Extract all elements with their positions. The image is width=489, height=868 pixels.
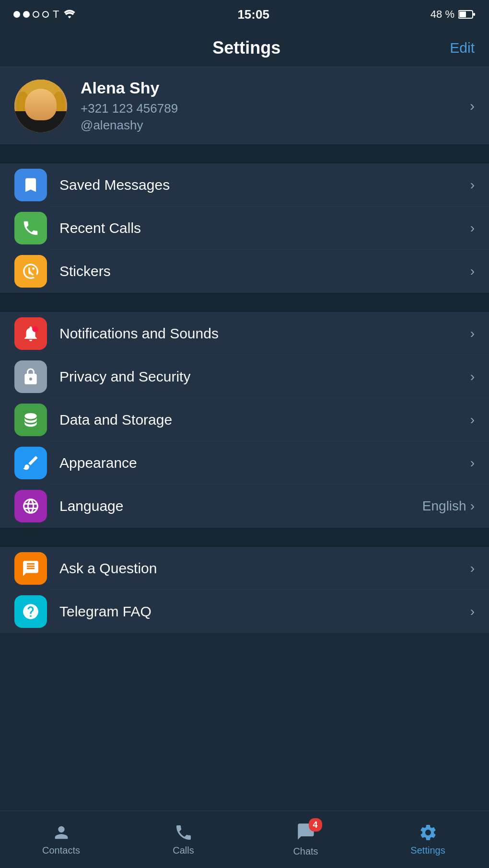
profile-phone: +321 123 456789	[81, 101, 465, 116]
privacy-chevron: ›	[470, 369, 475, 384]
sticker-icon	[22, 262, 40, 280]
svg-point-15	[32, 267, 35, 270]
phone-icon	[22, 219, 40, 237]
recent-calls-chevron: ›	[470, 220, 475, 236]
tab-chats[interactable]: 4 Chats	[244, 811, 367, 868]
notifications-icon	[14, 317, 47, 350]
page-title: Settings	[212, 38, 280, 58]
settings-section-2: Notifications and Sounds › Privacy and S…	[0, 312, 489, 528]
tab-settings[interactable]: Settings	[367, 811, 489, 868]
wifi-icon	[63, 9, 76, 20]
privacy-item[interactable]: Privacy and Security ›	[0, 355, 489, 398]
language-item[interactable]: Language English ›	[0, 485, 489, 528]
telegram-faq-label: Telegram FAQ	[59, 603, 470, 620]
profile-username: @alenashy	[81, 118, 465, 133]
saved-messages-chevron: ›	[470, 177, 475, 193]
saved-messages-item[interactable]: Saved Messages ›	[0, 163, 489, 207]
section-separator-2	[0, 293, 489, 312]
tab-bar: Contacts Calls 4 Chats Settings	[0, 810, 489, 868]
svg-point-16	[32, 326, 38, 332]
tab-calls-label: Calls	[173, 845, 194, 856]
edit-button[interactable]: Edit	[450, 40, 475, 56]
appearance-icon	[14, 447, 47, 479]
bookmark-icon	[22, 176, 40, 194]
stickers-chevron: ›	[470, 264, 475, 279]
settings-tab-icon	[419, 823, 438, 842]
tab-chats-label: Chats	[293, 846, 318, 857]
ask-question-icon	[14, 552, 47, 585]
svg-rect-2	[473, 13, 475, 16]
data-storage-icon	[14, 404, 47, 436]
appearance-chevron: ›	[470, 455, 475, 471]
saved-messages-icon	[14, 169, 47, 201]
battery-icon	[458, 10, 476, 19]
svg-rect-12	[14, 123, 67, 132]
status-left: T	[13, 8, 76, 21]
avatar	[14, 80, 67, 132]
svg-point-13	[33, 105, 37, 110]
dot3	[33, 11, 39, 18]
ask-question-chevron: ›	[470, 561, 475, 576]
stickers-icon	[14, 255, 47, 288]
telegram-faq-icon	[14, 595, 47, 628]
recent-calls-icon	[14, 212, 47, 244]
chats-badge-container: 4	[296, 822, 315, 843]
dot1	[13, 11, 20, 18]
section-separator-1	[0, 144, 489, 163]
appearance-label: Appearance	[59, 455, 470, 471]
tab-settings-label: Settings	[410, 845, 445, 856]
status-bar: T 15:05 48 %	[0, 0, 489, 29]
language-value: English	[422, 498, 466, 514]
calls-tab-icon	[174, 823, 193, 842]
telegram-faq-chevron: ›	[470, 604, 475, 619]
nav-bar: Settings Edit	[0, 29, 489, 67]
language-label: Language	[59, 498, 422, 514]
profile-info: Alena Shy +321 123 456789 @alenashy	[81, 79, 465, 133]
recent-calls-item[interactable]: Recent Calls ›	[0, 207, 489, 250]
battery-percent: 48 %	[431, 8, 454, 21]
status-time: 15:05	[237, 7, 269, 22]
status-right: 48 %	[431, 8, 476, 21]
chat-bubble-icon	[22, 559, 40, 578]
settings-section-1: Saved Messages › Recent Calls › Stickers…	[0, 163, 489, 293]
notifications-item[interactable]: Notifications and Sounds ›	[0, 312, 489, 355]
dot2	[23, 11, 30, 18]
recent-calls-label: Recent Calls	[59, 220, 470, 236]
data-storage-item[interactable]: Data and Storage ›	[0, 398, 489, 441]
notifications-label: Notifications and Sounds	[59, 325, 470, 342]
question-icon	[22, 602, 40, 621]
notifications-chevron: ›	[470, 326, 475, 341]
saved-messages-label: Saved Messages	[59, 177, 470, 193]
stickers-item[interactable]: Stickers ›	[0, 250, 489, 293]
ask-question-item[interactable]: Ask a Question ›	[0, 547, 489, 590]
svg-point-9	[23, 80, 59, 101]
brush-icon	[22, 454, 40, 472]
appearance-item[interactable]: Appearance ›	[0, 441, 489, 485]
bell-icon	[22, 324, 40, 343]
svg-rect-1	[459, 12, 466, 17]
stickers-label: Stickers	[59, 263, 470, 279]
section-separator-3	[0, 528, 489, 547]
telegram-faq-item[interactable]: Telegram FAQ ›	[0, 590, 489, 633]
privacy-icon	[14, 360, 47, 393]
svg-point-11	[52, 92, 65, 120]
profile-chevron: ›	[470, 98, 475, 114]
data-storage-label: Data and Storage	[59, 412, 470, 428]
profile-name: Alena Shy	[81, 79, 465, 97]
carrier-label: T	[53, 8, 59, 21]
svg-point-14	[45, 105, 48, 110]
svg-point-10	[16, 92, 30, 120]
profile-row[interactable]: Alena Shy +321 123 456789 @alenashy ›	[0, 67, 489, 144]
ask-question-label: Ask a Question	[59, 560, 470, 577]
avatar-image	[14, 80, 67, 132]
settings-section-3: Ask a Question › Telegram FAQ ›	[0, 547, 489, 633]
chats-badge: 4	[309, 818, 322, 832]
database-icon	[22, 411, 40, 429]
tab-contacts[interactable]: Contacts	[0, 811, 122, 868]
tab-calls[interactable]: Calls	[122, 811, 244, 868]
contacts-tab-icon	[52, 823, 71, 842]
globe-icon	[22, 497, 40, 515]
avatar-svg	[14, 80, 67, 132]
tab-contacts-label: Contacts	[42, 845, 80, 856]
svg-point-8	[26, 92, 55, 125]
